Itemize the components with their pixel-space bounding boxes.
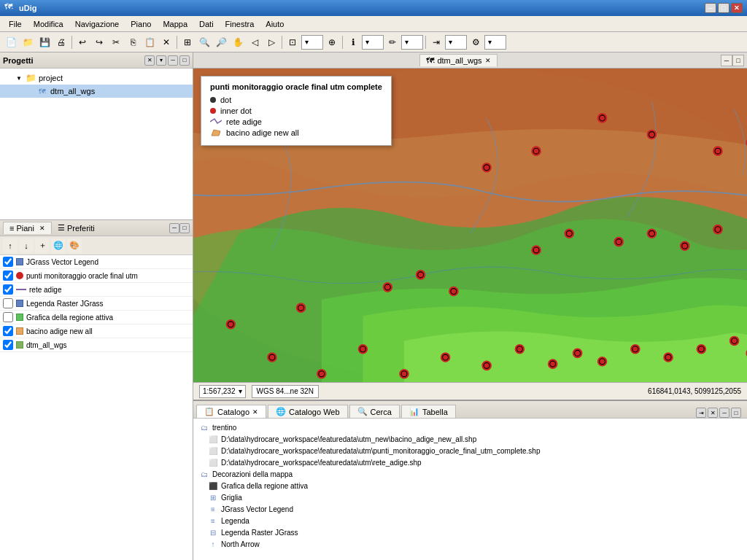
progetti-menu-btn[interactable]: ▾ xyxy=(156,55,166,66)
layer-checkbox[interactable] xyxy=(3,312,13,322)
undo-btn[interactable]: ↩ xyxy=(74,34,90,50)
open-btn[interactable]: 📁 xyxy=(20,34,36,50)
layer-item[interactable]: JGrass Vector Legend xyxy=(0,255,193,269)
bottom-max-btn[interactable]: □ xyxy=(731,408,741,418)
zoom-out-btn[interactable]: 🔎 xyxy=(213,34,229,50)
layer-style-btn[interactable]: 🎨 xyxy=(67,238,82,253)
window-controls: ─ □ ✕ xyxy=(705,3,743,13)
map-tab-dtm[interactable]: 🗺 dtm_all_wgs ✕ xyxy=(419,54,497,66)
menu-aiuto[interactable]: Aiuto xyxy=(260,18,290,30)
map-maximize-btn[interactable]: □ xyxy=(732,55,744,66)
move-btn[interactable]: ⊕ xyxy=(324,34,340,50)
bottom-close-btn[interactable]: ✕ xyxy=(708,408,718,418)
back-btn[interactable]: ◁ xyxy=(247,34,263,50)
sep2 xyxy=(177,36,177,49)
layer-checkbox[interactable] xyxy=(3,271,13,281)
layer-checkbox[interactable] xyxy=(3,257,13,267)
info-btn[interactable]: ℹ xyxy=(345,34,361,50)
zoom-ext-btn[interactable]: ⊞ xyxy=(179,34,196,50)
layer-down-btn[interactable]: ↓ xyxy=(19,238,34,253)
tools-dropdown[interactable]: ▾ xyxy=(484,35,506,50)
minimize-button[interactable]: ─ xyxy=(705,3,716,13)
layer-item[interactable]: Legenda Raster JGrass xyxy=(0,297,193,311)
menu-dati[interactable]: Dati xyxy=(193,18,220,30)
maximize-button[interactable]: □ xyxy=(718,3,729,13)
edit-btn[interactable]: ✏ xyxy=(384,34,400,50)
catalog-item-bacino[interactable]: ⬜ D:\data\hydrocare_workspace\featuredat… xyxy=(193,433,747,445)
select-btn[interactable]: ⊡ xyxy=(285,34,301,50)
catalog-item-decorazioni[interactable]: 🗂 Decorazioni della mappa xyxy=(193,468,747,480)
layer-checkbox[interactable] xyxy=(3,284,13,295)
menu-modifica[interactable]: Modifica xyxy=(28,18,69,30)
layer-item[interactable]: punti monitoraggio oracle final utm xyxy=(0,269,193,283)
bottom-min-btn[interactable]: ─ xyxy=(719,408,729,418)
layer-up-btn[interactable]: ↑ xyxy=(3,238,18,253)
menu-finestra[interactable]: Finestra xyxy=(220,18,260,30)
close-button[interactable]: ✕ xyxy=(731,3,743,13)
layer-item[interactable]: rete adige xyxy=(0,283,193,297)
catalog-item-north[interactable]: ↑ North Arrow xyxy=(193,538,747,550)
tab-cerca[interactable]: 🔍 Cerca xyxy=(349,405,400,418)
catalog-item-griglia[interactable]: ⊞ Griglia xyxy=(193,491,747,503)
layer-item[interactable]: bacino adige new all xyxy=(0,324,193,338)
catalog-item-raster-legend[interactable]: ⊟ Legenda Raster JGrass xyxy=(193,526,747,538)
map-canvas[interactable]: punti monitoraggio oracle final utm comp… xyxy=(193,69,747,382)
export-btn[interactable]: ⇥ xyxy=(428,34,444,50)
piani-tab-close[interactable]: ✕ xyxy=(39,225,45,232)
tools-btn[interactable]: ⚙ xyxy=(468,34,484,50)
tab-piani[interactable]: ≡ Piani ✕ xyxy=(3,222,52,234)
fwd-btn[interactable]: ▷ xyxy=(263,34,279,50)
layer-item[interactable]: Grafica della regione attiva xyxy=(0,311,193,324)
layer-checkbox[interactable] xyxy=(3,326,13,336)
tree-item-project[interactable]: ▼ 📁 project xyxy=(0,71,193,85)
layer-name: Grafica della regione attiva xyxy=(26,314,113,322)
layer-add-btn[interactable]: ＋ xyxy=(35,238,50,253)
layer-globe-btn[interactable]: 🌐 xyxy=(51,238,66,253)
menu-mappa[interactable]: Mappa xyxy=(157,18,193,30)
save-btn[interactable]: 💾 xyxy=(36,34,53,50)
catalogo-close[interactable]: ✕ xyxy=(252,408,258,416)
map-minimize-btn[interactable]: ─ xyxy=(721,55,732,66)
map-tab-close[interactable]: ✕ xyxy=(485,57,491,64)
copy-btn[interactable]: ⎘ xyxy=(125,34,141,50)
expand-icon[interactable]: ▼ xyxy=(15,74,23,82)
tab-catalogo-web[interactable]: 🌐 Catalogo Web xyxy=(268,405,348,418)
menu-navigazione[interactable]: Navigazione xyxy=(69,18,125,30)
menu-piano[interactable]: Piano xyxy=(125,18,157,30)
pan-btn[interactable]: ✋ xyxy=(230,34,246,50)
tab-tabella[interactable]: 📊 Tabella xyxy=(401,405,456,418)
new-btn[interactable]: 📄 xyxy=(3,34,19,50)
piani-min-btn[interactable]: ─ xyxy=(169,223,179,233)
legend-item-bacino: bacino adige new all xyxy=(210,128,382,137)
paste-btn[interactable]: 📋 xyxy=(142,34,158,50)
edit-dropdown[interactable]: ▾ xyxy=(401,35,423,50)
catalog-item-trentino[interactable]: 🗂 trentino xyxy=(193,421,747,433)
layer-checkbox[interactable] xyxy=(3,340,13,350)
menu-file[interactable]: File xyxy=(3,18,28,30)
info-dropdown[interactable]: ▾ xyxy=(362,35,384,50)
tab-preferiti[interactable]: ☰ Preferiti xyxy=(52,222,101,234)
catalog-item-legenda[interactable]: ≡ Legenda xyxy=(193,515,747,526)
catalog-item-punti[interactable]: ⬜ D:\data\hydrocare_workspace\featuredat… xyxy=(193,445,747,456)
progetti-max-btn[interactable]: □ xyxy=(179,55,190,66)
layer-dropdown[interactable]: ▾ xyxy=(301,35,323,50)
delete-btn[interactable]: ✕ xyxy=(158,34,174,50)
progetti-min-btn[interactable]: ─ xyxy=(168,55,178,66)
export-dropdown[interactable]: ▾ xyxy=(445,35,467,50)
zoom-in-btn[interactable]: 🔍 xyxy=(196,34,212,50)
progetti-close-btn[interactable]: ✕ xyxy=(144,55,155,66)
layer-checkbox[interactable] xyxy=(3,298,13,308)
layer-item[interactable]: dtm_all_wgs xyxy=(0,338,193,352)
cut-btn[interactable]: ✂ xyxy=(108,34,124,50)
scale-dropdown[interactable]: 1:567,232 ▾ xyxy=(199,385,246,398)
svg-point-13 xyxy=(443,355,448,360)
redo-btn[interactable]: ↪ xyxy=(91,34,107,50)
catalog-item-grafica[interactable]: ⬛ Grafica della regione attiva xyxy=(193,480,747,491)
catalog-item-jgrass-legend[interactable]: ≡ JGrass Vector Legend xyxy=(193,503,747,515)
catalog-item-rete[interactable]: ⬜ D:\data\hydrocare_workspace\featuredat… xyxy=(193,456,747,468)
tab-catalogo[interactable]: 📋 Catalogo ✕ xyxy=(196,405,266,418)
print-btn[interactable]: 🖨 xyxy=(53,34,69,50)
bottom-import-btn[interactable]: ⇥ xyxy=(696,408,706,418)
piani-max-btn[interactable]: □ xyxy=(179,223,190,233)
tree-item-dtm[interactable]: 🗺 dtm_all_wgs xyxy=(0,85,193,98)
